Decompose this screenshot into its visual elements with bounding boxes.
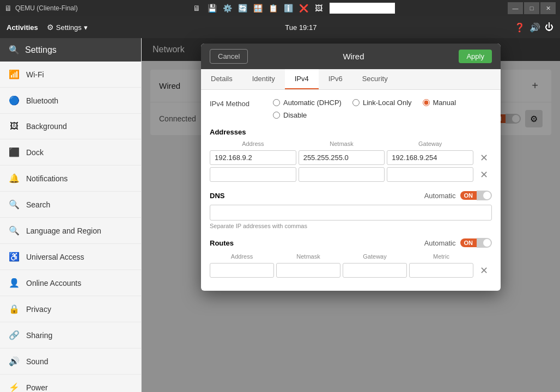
sidebar-item-online-accounts[interactable]: 👤 Online Accounts	[0, 270, 141, 296]
sidebar-item-universal-access[interactable]: ♿ Universal Access	[0, 244, 141, 270]
close-button[interactable]: ✕	[540, 2, 556, 14]
apply-button[interactable]: Apply	[459, 50, 492, 63]
taskbar-icon-9[interactable]: 🖼	[312, 2, 325, 15]
online-accounts-icon: 👤	[9, 278, 20, 288]
bluetooth-icon: 🔵	[9, 95, 20, 106]
remove-row-1-button[interactable]: ✕	[476, 152, 492, 164]
tab-details[interactable]: Details	[201, 69, 242, 89]
maximize-button[interactable]: □	[524, 2, 539, 14]
radio-manual[interactable]	[423, 99, 430, 106]
option-manual-label: Manual	[433, 99, 456, 107]
power-sidebar-icon: ⚡	[9, 382, 20, 392]
address-input-2[interactable]	[210, 167, 296, 182]
gnome-topbar-left: Activities ⚙ Settings ▾	[7, 23, 88, 32]
sidebar-item-bluetooth[interactable]: 🔵 Bluetooth	[0, 88, 141, 114]
sidebar-label-background: Background	[26, 122, 67, 131]
gateway-input-1[interactable]	[387, 150, 473, 165]
cancel-button[interactable]: Cancel	[210, 49, 248, 64]
gnome-topbar-center: Tue 19:17	[285, 23, 316, 32]
tab-security[interactable]: Security	[352, 69, 398, 89]
routes-toggle-label: ON	[460, 238, 477, 247]
minimize-button[interactable]: —	[508, 2, 523, 14]
content-area: Network Wired + Connected ON	[142, 38, 560, 392]
routes-col-gateway: Gateway	[343, 252, 407, 261]
taskbar-icons: 🖥 💾 ⚙️ 🔄 🪟 📋 ℹ️ ❌ 🖼	[190, 2, 325, 15]
titlebar-search-input[interactable]	[330, 3, 395, 14]
dns-input[interactable]	[210, 205, 492, 220]
taskbar-icon-6[interactable]: 📋	[266, 2, 279, 15]
taskbar-icon-7[interactable]: ℹ️	[282, 2, 295, 15]
sidebar-label-notifications: Notifications	[26, 174, 68, 183]
routes-toggle-track	[477, 238, 492, 248]
dns-toggle[interactable]: ON	[460, 191, 492, 200]
remove-route-1-button[interactable]: ✕	[476, 265, 492, 277]
route-metric-input-1[interactable]	[409, 263, 473, 278]
netmask-input-2[interactable]	[299, 167, 385, 182]
routes-label: Routes	[210, 239, 234, 247]
dns-toggle-label: ON	[460, 191, 477, 200]
help-icon[interactable]: ❓	[514, 22, 525, 33]
language-icon: 🔍	[9, 225, 20, 236]
route-gateway-input-1[interactable]	[343, 263, 407, 278]
titlebar: 🖥 QEMU (Cliente-Final) 🖥 💾 ⚙️ 🔄 🪟 📋 ℹ️ ❌…	[0, 0, 560, 16]
sidebar-item-background[interactable]: 🖼 Background	[0, 114, 141, 139]
tab-ipv6[interactable]: IPv6	[319, 69, 352, 89]
option-dhcp[interactable]: Automatic (DHCP)	[273, 99, 342, 107]
tab-ipv4[interactable]: IPv4	[285, 69, 319, 89]
taskbar-icon-2[interactable]: 💾	[205, 2, 218, 15]
sidebar-label-universal-access: Universal Access	[26, 253, 84, 261]
sidebar-item-search[interactable]: 🔍 Search	[0, 192, 141, 218]
sidebar-item-notifications[interactable]: 🔔 Notifications	[0, 166, 141, 192]
sound-icon: 🔊	[9, 356, 20, 366]
sidebar: 🔍 Settings 📶 Wi-Fi 🔵 Bluetooth 🖼 Backgro…	[0, 38, 142, 392]
sidebar-search-icon[interactable]: 🔍	[9, 45, 20, 55]
sidebar-label-sound: Sound	[26, 357, 48, 366]
sidebar-item-sharing[interactable]: 🔗 Sharing	[0, 322, 141, 348]
taskbar-icon-5[interactable]: 🪟	[251, 2, 264, 15]
route-netmask-input-1[interactable]	[276, 263, 340, 278]
taskbar-icon-8[interactable]: ❌	[297, 2, 310, 15]
taskbar-icon-3[interactable]: ⚙️	[221, 2, 234, 15]
remove-row-2-button[interactable]: ✕	[476, 169, 492, 181]
dialog-overlay: Cancel Wired Apply Details Identity IPv4…	[142, 38, 560, 392]
address-input-1[interactable]	[210, 150, 296, 165]
routes-auto-label: Automatic	[424, 239, 456, 247]
dns-header: DNS Automatic ON	[210, 191, 492, 200]
route-address-input-1[interactable]	[210, 263, 274, 278]
activities-button[interactable]: Activities	[7, 23, 38, 32]
netmask-input-1[interactable]	[299, 150, 385, 165]
sidebar-item-sound[interactable]: 🔊 Sound	[0, 348, 141, 375]
sidebar-item-wifi[interactable]: 📶 Wi-Fi	[0, 62, 141, 88]
gateway-input-2[interactable]	[387, 167, 473, 182]
option-disable[interactable]: Disable	[273, 111, 307, 119]
sidebar-label-dock: Dock	[26, 148, 44, 157]
dns-auto-container: Automatic ON	[424, 191, 492, 200]
radio-disable[interactable]	[273, 112, 280, 119]
taskbar-icon-4[interactable]: 🔄	[236, 2, 249, 15]
sidebar-label-search: Search	[26, 200, 50, 209]
routes-header: Routes Automatic ON	[210, 238, 492, 248]
sidebar-item-power[interactable]: ⚡ Power	[0, 375, 141, 392]
settings-menu[interactable]: ⚙ Settings ▾	[47, 23, 88, 32]
privacy-icon: 🔒	[9, 304, 20, 314]
sidebar-item-language[interactable]: 🔍 Language and Region	[0, 218, 141, 244]
sidebar-item-privacy[interactable]: 🔒 Privacy	[0, 296, 141, 322]
sidebar-label-power: Power	[26, 383, 48, 392]
power-icon[interactable]: ⏻	[545, 22, 553, 32]
dns-auto-label: Automatic	[424, 192, 456, 200]
volume-icon[interactable]: 🔊	[529, 22, 540, 33]
tab-identity[interactable]: Identity	[242, 69, 285, 89]
routes-toggle[interactable]: ON	[460, 238, 492, 248]
taskbar-icon-1[interactable]: 🖥	[190, 2, 203, 15]
radio-link-local[interactable]	[352, 99, 360, 106]
titlebar-controls: — □ ✕	[508, 2, 556, 14]
addresses-title: Addresses	[210, 128, 492, 136]
radio-dhcp[interactable]	[273, 99, 280, 106]
option-manual[interactable]: Manual	[423, 99, 456, 107]
sidebar-item-dock[interactable]: ⬛ Dock	[0, 139, 141, 166]
option-link-local[interactable]: Link-Local Only	[352, 99, 412, 107]
sidebar-label-sharing: Sharing	[26, 331, 52, 340]
ipv4-method-section: IPv4 Method Automatic (DHCP) Link-Local …	[210, 99, 492, 119]
option-disable-label: Disable	[283, 111, 307, 119]
titlebar-left: 🖥 QEMU (Cliente-Final)	[4, 4, 78, 13]
